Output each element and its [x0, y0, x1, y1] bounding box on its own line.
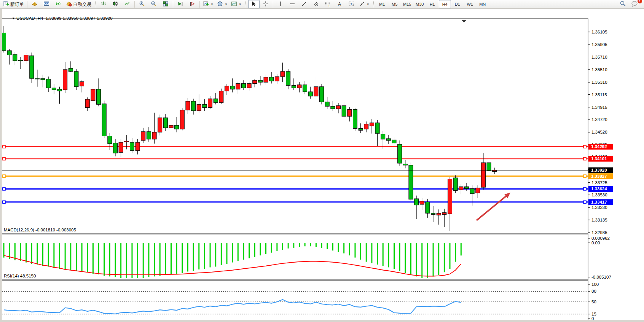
periods-button[interactable]: ▼	[215, 0, 229, 8]
chart-shift-button[interactable]	[187, 0, 198, 8]
chevron-down-icon: ▼	[225, 3, 228, 6]
window-left-edge	[0, 9, 2, 322]
vertical-line-button[interactable]	[275, 0, 286, 8]
candle-body	[386, 139, 391, 140]
line-chart-button[interactable]	[121, 0, 133, 8]
price-tick: 1.34915	[591, 105, 607, 110]
timeframe-mn[interactable]: MN	[477, 0, 489, 8]
candle-body	[275, 77, 279, 81]
chevron-down-icon: ▼	[367, 3, 370, 6]
candle-body	[186, 101, 190, 110]
candlestick-chart-button[interactable]	[110, 0, 121, 8]
chart-canvas[interactable]: 1.361051.359051.357101.355101.353101.351…	[0, 9, 644, 322]
metaeditor-icon	[32, 1, 38, 8]
candle-body	[175, 125, 179, 129]
auto-scroll-button[interactable]	[175, 0, 186, 8]
bar-chart-icon	[100, 1, 107, 8]
tile-windows-button[interactable]	[160, 0, 171, 8]
toolbar-grip	[94, 1, 96, 7]
timeframe-h4[interactable]: H4	[439, 0, 451, 8]
separator	[273, 1, 273, 8]
svg-text:E: E	[317, 4, 318, 6]
text-button[interactable]: A	[334, 0, 345, 8]
candle-body	[219, 91, 223, 102]
equidistant-channel-icon: E	[313, 1, 319, 8]
chart-title: ▼USDCAD-,H4 1.33899 1.33950 1.33897 1.33…	[5, 11, 113, 25]
candle-body	[13, 54, 17, 61]
chat-button[interactable]: 1	[629, 0, 640, 8]
hline-anchor	[583, 188, 586, 190]
cursor-button[interactable]	[248, 0, 260, 8]
price-tick: 1.35115	[591, 92, 607, 97]
zoom-out-icon	[151, 1, 157, 8]
timeframe-m1[interactable]: M1	[376, 0, 388, 8]
candle-body	[414, 199, 419, 205]
timeframe-d1[interactable]: D1	[451, 0, 464, 8]
candle-body	[320, 87, 324, 102]
indicators-icon	[203, 1, 209, 8]
price-tick: 1.33135	[591, 218, 607, 222]
candle-body	[147, 132, 151, 139]
trendline-button[interactable]	[298, 0, 310, 8]
autotrading-button[interactable]: 自动交易	[64, 0, 93, 8]
search-button[interactable]	[617, 0, 628, 8]
candle-body	[353, 110, 357, 129]
timeframe-w1[interactable]: W1	[464, 0, 476, 8]
periods-icon	[217, 1, 223, 8]
price-tick: 1.33725	[591, 180, 607, 185]
svg-text:A: A	[338, 1, 341, 6]
fibonacci-button[interactable]: F	[322, 0, 333, 8]
candle-body	[214, 99, 218, 102]
timeframe-m30[interactable]: M30	[414, 0, 426, 8]
candle-body	[348, 110, 352, 116]
candle-body	[448, 179, 452, 214]
timeframe-h1[interactable]: H1	[426, 0, 438, 8]
candle-body	[426, 202, 430, 213]
zoom-in-icon	[139, 1, 145, 8]
candle-body	[247, 83, 251, 88]
timeframe-m15[interactable]: M15	[401, 0, 413, 8]
new-order-icon	[3, 1, 9, 8]
candle-body	[169, 125, 173, 128]
rsi-indicator-label: RSI(14) 48.5150	[4, 274, 36, 278]
chart-collapse-icon[interactable]: ▼	[12, 17, 15, 20]
vertical-line-icon	[278, 1, 283, 8]
candle-body	[375, 123, 379, 134]
svg-text:1.33417: 1.33417	[591, 200, 607, 204]
candle-body	[163, 118, 167, 128]
timeframe-m5[interactable]: M5	[389, 0, 401, 8]
hline-anchor	[583, 175, 586, 177]
candle-body	[437, 213, 441, 215]
crosshair-button[interactable]	[260, 0, 271, 8]
hline-anchor	[3, 175, 5, 177]
svg-text:1.33624: 1.33624	[591, 187, 607, 191]
new-order-button[interactable]: 新订单	[2, 0, 26, 8]
candle-body	[180, 110, 184, 129]
zoom-in-button[interactable]	[136, 0, 148, 8]
toolbar-grip	[245, 1, 247, 7]
hline-anchor	[583, 201, 586, 203]
chart-window-button[interactable]	[41, 0, 52, 8]
line-chart-icon	[124, 1, 130, 8]
indicators-button[interactable]: ▼	[201, 0, 215, 8]
candle-body	[370, 123, 374, 126]
arrows-button[interactable]: ▼	[357, 0, 371, 8]
templates-button[interactable]: ▼	[230, 0, 243, 8]
hline-anchor	[3, 188, 5, 190]
bar-chart-button[interactable]	[98, 0, 109, 8]
text-label-button[interactable]: T	[346, 0, 357, 8]
candle-body	[46, 79, 51, 88]
candle-body	[130, 142, 134, 151]
candle-body	[303, 85, 307, 92]
horizontal-line-button[interactable]	[287, 0, 298, 8]
fibonacci-icon: F	[325, 1, 331, 8]
price-tick: 1.34720	[591, 117, 607, 122]
metaeditor-button[interactable]	[29, 0, 40, 8]
candle-body	[241, 83, 245, 88]
toolbar: 新订单 自动交易 ▼ ▼ ▼ E F A T ▼	[0, 0, 644, 9]
window-bottom-edge	[0, 320, 644, 322]
zoom-out-button[interactable]	[148, 0, 159, 8]
candle-body	[91, 89, 95, 100]
signals-button[interactable]	[53, 0, 64, 8]
equidistant-channel-button[interactable]: E	[310, 0, 322, 8]
